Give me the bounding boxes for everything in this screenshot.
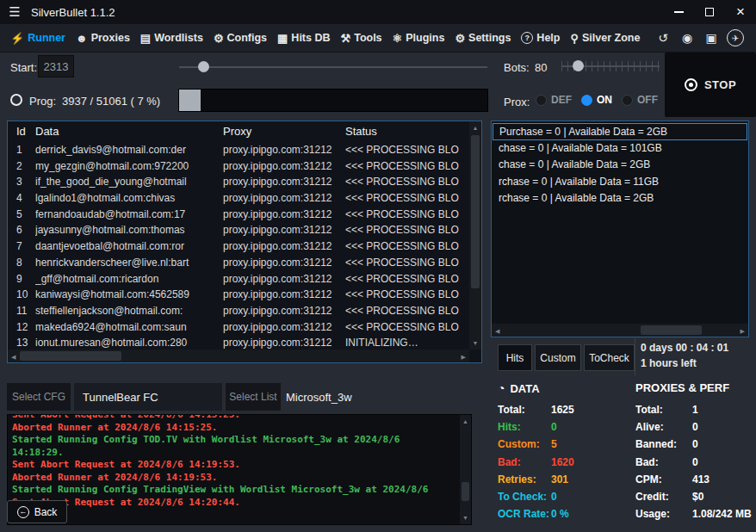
tab-custom[interactable]: Custom: [535, 344, 581, 371]
stat-value: 1620: [551, 456, 574, 468]
scroll-down-icon[interactable]: ▼: [460, 515, 471, 521]
menu-items: ⚡Runner☻Proxies▤Wordlists⚙Configs▦Hits D…: [5, 24, 645, 52]
table-row[interactable]: 4lgalindo1@hotmail.com:chivasproxy.ipipg…: [8, 190, 469, 207]
hits-horizontal-scrollbar[interactable]: ◀ ▶: [492, 324, 748, 337]
scroll-up-icon[interactable]: ▲: [469, 125, 481, 131]
scroll-left-icon[interactable]: ◀: [11, 353, 15, 359]
table-row[interactable]: 6jayasunny@hotmail.com:thomasproxy.ipipg…: [8, 222, 469, 238]
table-row[interactable]: 11steffiellenjackson@hotmail.com:proxy.i…: [8, 303, 469, 319]
stat-value: 0: [692, 421, 698, 433]
tab-tocheck[interactable]: ToCheck: [584, 344, 635, 371]
log-line: Started Running Config TOD.TV with Wordl…: [12, 434, 456, 459]
table-row[interactable]: 13ionut.muresan@hotmail.com:280proxy.ipi…: [8, 335, 469, 350]
hit-line[interactable]: chase = 0 | Available Data = 101GB: [493, 140, 747, 158]
prox-option-off[interactable]: OFF: [622, 94, 658, 106]
scrollbar-thumb[interactable]: [471, 135, 480, 288]
hits-lines: Purchase = 0 | Available Data = 2GBchase…: [493, 123, 747, 323]
camera-icon[interactable]: ◉: [679, 29, 696, 46]
hamburger-menu-icon[interactable]: ☰: [0, 4, 29, 20]
prox-option-on[interactable]: ON: [581, 94, 612, 106]
hit-line[interactable]: rchase = 0 | Available Data = 2GB: [493, 190, 747, 207]
window-controls: ×: [663, 0, 756, 24]
data-icon: ◔: [498, 381, 505, 395]
scrollbar-thumb[interactable]: [641, 325, 703, 335]
cell: <<< PROCESSING BLO: [345, 321, 459, 333]
menu-item-plugins[interactable]: ⚛Plugins: [387, 24, 450, 52]
hit-line[interactable]: Purchase = 0 | Available Data = 2GB: [493, 123, 747, 140]
menu-item-help[interactable]: ?Help: [516, 24, 565, 52]
table-horizontal-scrollbar[interactable]: ◀ ▶: [8, 350, 469, 362]
minimize-button[interactable]: [663, 0, 694, 24]
discord-icon[interactable]: ▣: [703, 29, 720, 46]
list-value-field[interactable]: Microsoft_3w: [286, 383, 415, 411]
scroll-down-icon[interactable]: ▼: [469, 340, 481, 346]
back-button[interactable]: ← Back: [7, 500, 67, 523]
table-row[interactable]: 9_gff@hotmail.com:ricardonproxy.ipipgo.c…: [8, 271, 469, 288]
scroll-left-icon[interactable]: ◀: [495, 327, 499, 333]
menu-item-hits-db[interactable]: ▦Hits DB: [272, 24, 335, 52]
radio-icon: [581, 95, 592, 106]
menu-item-wordlists[interactable]: ▤Wordlists: [135, 24, 208, 52]
scroll-right-icon[interactable]: ▶: [741, 327, 745, 333]
cell: 13: [16, 337, 28, 349]
cell: <<< PROCESSING BLO: [345, 192, 459, 204]
menu-item-proxies[interactable]: ☻Proxies: [71, 24, 135, 52]
table-header: IdDataProxyStatus: [8, 121, 469, 142]
bots-label: Bots:: [504, 61, 530, 74]
elapsed-time: 0 days 00 : 04 : 01: [641, 342, 728, 354]
table-row[interactable]: 8henrickvanderscheer@live.nl:bartproxy.i…: [8, 255, 469, 271]
menu-item-tools[interactable]: ⚒Tools: [336, 24, 387, 52]
table-row[interactable]: 10kaniwaysi@hotmail.com:4562589proxy.ipi…: [8, 287, 469, 303]
hit-line[interactable]: rchase = 0 | Available Data = 11GB: [493, 174, 747, 191]
help-icon: ?: [521, 32, 533, 44]
cell: if_the_good_die_young@hotmail: [35, 176, 220, 188]
table-row[interactable]: 5fernandoaudab@hotmail.com:17proxy.ipipg…: [8, 207, 469, 223]
menu-bar: ⚡Runner☻Proxies▤Wordlists⚙Configs▦Hits D…: [0, 24, 756, 53]
timer-divider: [635, 338, 635, 376]
prox-option-def[interactable]: DEF: [536, 94, 572, 106]
slider-thumb[interactable]: [573, 60, 584, 71]
cell: 4: [16, 192, 22, 204]
menu-item-configs[interactable]: ⚙Configs: [208, 24, 272, 52]
cell: lgalindo1@hotmail.com:chivas: [35, 192, 220, 204]
stat-row: Custom:5: [498, 436, 574, 453]
stat-row: Total:1: [635, 401, 752, 418]
scroll-right-icon[interactable]: ▶: [462, 353, 466, 359]
cell: 7: [16, 240, 22, 252]
telegram-icon[interactable]: ✈: [727, 29, 744, 46]
cell: jayasunny@hotmail.com:thomas: [35, 224, 220, 236]
start-slider[interactable]: [179, 60, 487, 74]
slider-thumb[interactable]: [198, 61, 209, 72]
scrollbar-thumb[interactable]: [462, 482, 469, 501]
cell: daantjevoetbal@hotmail.com:ror: [35, 240, 220, 252]
hit-line[interactable]: chase = 0 | Available Data = 2GB: [493, 157, 747, 174]
history-icon[interactable]: ↺: [654, 29, 672, 46]
cfg-value-field[interactable]: TunnelBear FC: [74, 383, 222, 411]
table-row[interactable]: 1derrick_davis9@hotmail.com:derproxy.ipi…: [8, 142, 469, 158]
stop-button[interactable]: STOP: [665, 53, 756, 117]
maximize-button[interactable]: [694, 0, 725, 24]
menu-item-settings[interactable]: ⚙Settings: [449, 24, 516, 52]
scrollbar-thumb[interactable]: [20, 351, 121, 361]
table-row[interactable]: 3if_the_good_die_young@hotmailproxy.ipip…: [8, 174, 469, 190]
cell: 6: [16, 224, 22, 236]
tab-hits[interactable]: Hits: [498, 344, 532, 371]
menu-item-label: Tools: [354, 32, 381, 44]
log-vertical-scrollbar[interactable]: ▲ ▼: [460, 415, 471, 524]
table-row[interactable]: 7daantjevoetbal@hotmail.com:rorproxy.ipi…: [8, 238, 469, 255]
table-vertical-scrollbar[interactable]: ▲ ▼: [469, 121, 481, 350]
wordlists-icon: ▤: [140, 32, 151, 45]
stat-label: Bad:: [498, 456, 551, 468]
menu-item-silver-zone[interactable]: ⚲Silver Zone: [565, 24, 645, 52]
start-value-field[interactable]: 2313: [38, 55, 74, 77]
bots-slider[interactable]: [561, 59, 660, 73]
stat-value: 0 %: [551, 508, 569, 520]
table-row[interactable]: 12makeda6924@hotmail.com:saunproxy.ipipg…: [8, 319, 469, 336]
select-list-button[interactable]: Select List: [226, 383, 281, 411]
table-row[interactable]: 2my_gezgin@hotmail.com:972200proxy.ipipg…: [8, 158, 469, 175]
close-button[interactable]: ×: [725, 0, 756, 24]
menu-item-runner[interactable]: ⚡Runner: [5, 24, 71, 52]
select-cfg-button[interactable]: Select CFG: [7, 383, 71, 411]
scroll-up-icon[interactable]: ▲: [460, 418, 471, 424]
configs-icon: ⚙: [214, 32, 224, 45]
